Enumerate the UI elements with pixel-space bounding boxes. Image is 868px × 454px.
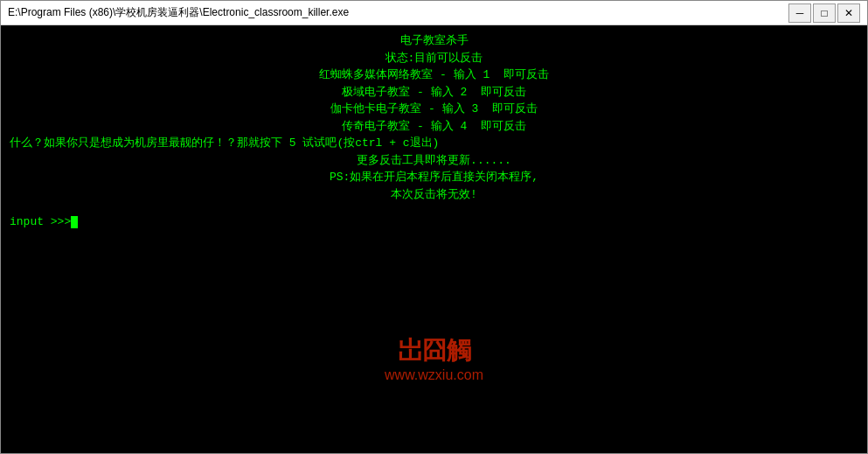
close-button[interactable]: ✕: [837, 3, 860, 23]
terminal-line-6: 什么？如果你只是想成为机房里最靓的仔！？那就按下 5 试试吧(按ctrl + c…: [10, 135, 858, 152]
terminal-line-2: 红蜘蛛多媒体网络教室 - 输入 1 即可反击: [10, 66, 858, 84]
input-line[interactable]: input >>>: [10, 213, 858, 231]
window-controls: ─ □ ✕: [788, 3, 860, 23]
main-window: E:\Program Files (x86)\学校机房装逼利器\Electron…: [0, 0, 868, 454]
minimize-button[interactable]: ─: [788, 3, 811, 23]
input-prefix: input >>>: [10, 213, 71, 231]
terminal-content: 电子教室杀手 状态:目前可以反击 红蜘蛛多媒体网络教室 - 输入 1 即可反击 …: [10, 32, 858, 231]
terminal-line-5: 传奇电子教室 - 输入 4 即可反击: [10, 118, 858, 136]
terminal-line-1: 状态:目前可以反击: [10, 50, 858, 67]
terminal-line-8: PS:如果在开启本程序后直接关闭本程序,: [10, 169, 858, 186]
watermark-title: 岀囧觸: [385, 334, 483, 367]
window-title: E:\Program Files (x86)\学校机房装逼利器\Electron…: [8, 5, 349, 20]
terminal-line-0: 电子教室杀手: [10, 32, 858, 50]
terminal-window[interactable]: 电子教室杀手 状态:目前可以反击 红蜘蛛多媒体网络教室 - 输入 1 即可反击 …: [1, 25, 867, 453]
terminal-line-7: 更多反击工具即将更新......: [10, 152, 858, 170]
terminal-line-3: 极域电子教室 - 输入 2 即可反击: [10, 84, 858, 101]
terminal-line-4: 伽卡他卡电子教室 - 输入 3 即可反击: [10, 101, 858, 118]
watermark-url: www.wzxiu.com: [385, 367, 483, 383]
title-bar: E:\Program Files (x86)\学校机房装逼利器\Electron…: [1, 1, 867, 25]
cursor-blink: [71, 216, 78, 228]
watermark: 岀囧觸 www.wzxiu.com: [385, 334, 483, 383]
maximize-button[interactable]: □: [813, 3, 836, 23]
terminal-line-9: 本次反击将无效!: [10, 186, 858, 204]
